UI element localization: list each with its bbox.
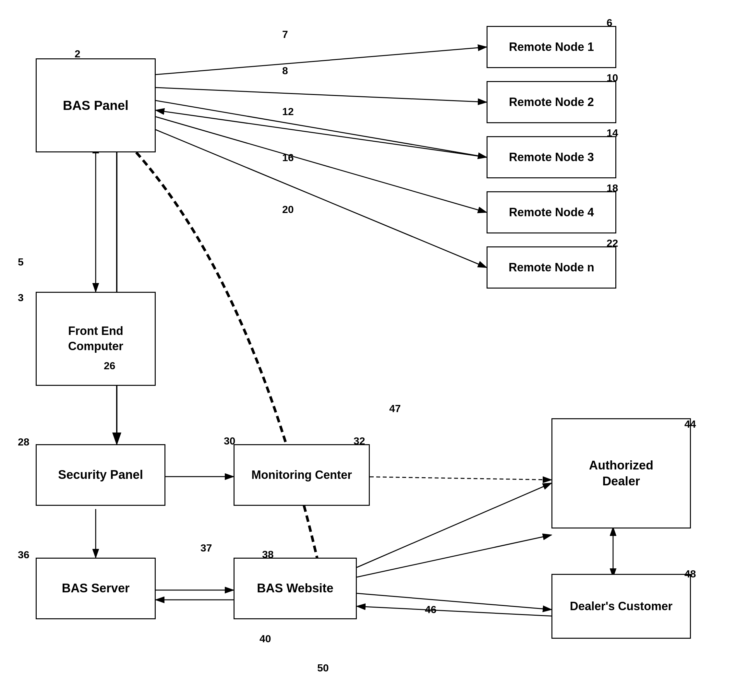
remote-node-n-label: Remote Node n	[509, 260, 594, 275]
bas-server-label: BAS Server	[62, 580, 130, 596]
svg-line-0	[156, 47, 487, 75]
ref-3: 3	[18, 292, 24, 304]
svg-line-4	[156, 117, 487, 212]
dealers-customer-label: Dealer's Customer	[570, 599, 673, 614]
remote-node-1-box: Remote Node 1	[487, 26, 616, 68]
ref-20: 20	[282, 204, 294, 216]
ref-47: 47	[389, 403, 401, 415]
ref-46: 46	[425, 604, 437, 616]
authorized-dealer-label: Authorized Dealer	[589, 457, 653, 490]
ref-7: 7	[282, 28, 288, 41]
security-panel-label: Security Panel	[58, 467, 143, 483]
svg-line-16	[357, 476, 551, 480]
svg-line-2	[156, 100, 487, 157]
remote-node-2-label: Remote Node 2	[509, 95, 594, 110]
monitoring-center-box: Monitoring Center	[234, 444, 370, 506]
remote-node-3-box: Remote Node 3	[487, 136, 616, 178]
remote-node-2-box: Remote Node 2	[487, 81, 616, 123]
dealers-customer-box: Dealer's Customer	[551, 574, 691, 639]
monitoring-center-label: Monitoring Center	[252, 468, 352, 483]
remote-node-4-box: Remote Node 4	[487, 191, 616, 234]
bas-website-box: BAS Website	[234, 558, 357, 619]
front-end-computer-box: Front End Computer	[36, 292, 156, 386]
ref-16: 16	[282, 152, 294, 164]
bas-panel-label: BAS Panel	[63, 97, 128, 114]
remote-node-4-label: Remote Node 4	[509, 205, 594, 220]
remote-node-n-box: Remote Node n	[487, 246, 616, 288]
ref-32: 32	[353, 435, 365, 447]
ref-50: 50	[317, 662, 329, 674]
ref-18: 18	[606, 182, 618, 194]
svg-line-1	[156, 88, 487, 102]
front-end-label: Front End Computer	[68, 324, 123, 354]
ref-48: 48	[684, 568, 696, 580]
svg-line-17	[357, 535, 551, 577]
svg-line-12	[357, 483, 551, 568]
remote-node-3-label: Remote Node 3	[509, 150, 594, 165]
svg-line-5	[156, 130, 487, 268]
ref-30: 30	[224, 435, 236, 447]
ref-22: 22	[606, 237, 618, 249]
ref-12: 12	[282, 106, 294, 118]
diagram: BAS Panel Front End Computer Security Pa…	[0, 0, 736, 700]
ref-37: 37	[200, 542, 212, 554]
bas-server-box: BAS Server	[36, 558, 156, 619]
ref-44: 44	[684, 418, 696, 430]
authorized-dealer-box: Authorized Dealer	[551, 418, 691, 528]
svg-line-13	[357, 593, 551, 610]
ref-28: 28	[18, 436, 29, 448]
bas-panel-box: BAS Panel	[36, 58, 156, 152]
ref-2: 2	[75, 48, 81, 60]
ref-8: 8	[282, 65, 288, 77]
svg-line-3	[156, 110, 487, 157]
ref-36: 36	[18, 549, 29, 561]
ref-10: 10	[606, 72, 618, 84]
ref-40: 40	[259, 633, 271, 645]
ref-26: 26	[104, 360, 115, 372]
remote-node-1-label: Remote Node 1	[509, 40, 594, 55]
ref-5: 5	[18, 256, 24, 268]
bas-website-label: BAS Website	[257, 580, 333, 596]
ref-6: 6	[606, 17, 612, 29]
security-panel-box: Security Panel	[36, 444, 165, 506]
svg-line-14	[357, 606, 551, 616]
ref-14: 14	[606, 127, 618, 139]
ref-38: 38	[262, 549, 274, 560]
